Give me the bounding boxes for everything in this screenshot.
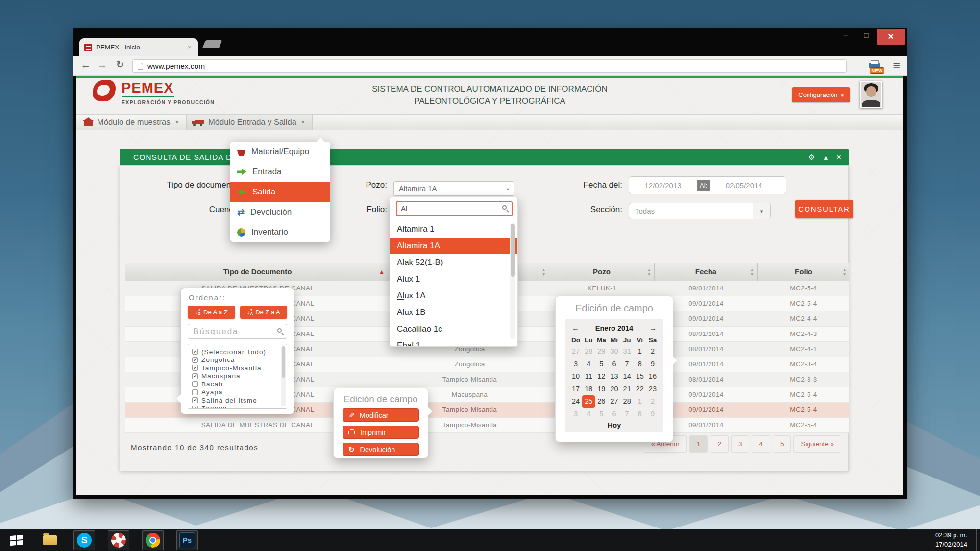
pozo-option[interactable]: Alux 1B xyxy=(390,304,517,321)
calendar-day[interactable]: 9 xyxy=(646,358,659,371)
skype-button[interactable]: S xyxy=(74,530,95,550)
menu-item-entrada[interactable]: Entrada xyxy=(230,162,330,182)
calendar-day[interactable]: 7 xyxy=(621,358,634,371)
calendar-day[interactable]: 22 xyxy=(634,383,646,396)
show-desktop-button[interactable] xyxy=(976,529,980,551)
forward-icon[interactable] xyxy=(95,59,110,71)
page-button[interactable]: 5 xyxy=(773,435,791,453)
calendar-day[interactable]: 26 xyxy=(595,395,608,408)
calendar-day[interactable]: 29 xyxy=(595,345,608,358)
calendar-day[interactable]: 20 xyxy=(608,383,620,396)
fecha-to-input[interactable]: 02/05/2014 xyxy=(710,181,778,190)
devolucion-button[interactable]: Devolución xyxy=(343,443,419,456)
imprimir-button[interactable]: Imprimir xyxy=(343,426,419,439)
pozo-option[interactable]: Alak 52(1-B) xyxy=(390,254,517,271)
cuenca-filter-option[interactable]: Salina del Itsmo xyxy=(192,396,283,405)
calendar-day[interactable]: 8 xyxy=(634,408,646,421)
pozo-option[interactable]: Alux 1A xyxy=(390,287,517,304)
close-button[interactable] xyxy=(877,29,905,45)
cuenca-filter-option[interactable]: Zongolica xyxy=(192,356,283,364)
calendar-day[interactable]: 13 xyxy=(608,370,620,383)
configuracion-button[interactable]: Configuración xyxy=(792,87,850,102)
scrollbar[interactable] xyxy=(281,346,286,406)
calendar-day[interactable]: 3 xyxy=(569,358,582,371)
calendar-day[interactable]: 28 xyxy=(582,345,595,358)
cuenca-filter-option[interactable]: (Seleccionar Todo) xyxy=(192,348,283,356)
user-avatar[interactable] xyxy=(860,81,882,108)
cuenca-filter-option[interactable]: Zanapa xyxy=(192,405,283,409)
next-month-icon[interactable] xyxy=(649,324,657,332)
calendar-day[interactable]: 25 xyxy=(582,395,595,408)
cuenca-filter-option[interactable]: Bacab xyxy=(192,380,283,388)
calendar-day[interactable]: 6 xyxy=(608,408,620,421)
menu-modulo-entrada-salida[interactable]: Módulo Entrada y Salida xyxy=(187,115,313,130)
calendar-day[interactable]: 5 xyxy=(595,408,608,421)
start-button[interactable] xyxy=(7,532,26,549)
calendar-day[interactable]: 7 xyxy=(621,408,634,421)
pozo-option[interactable]: Ebal 1 xyxy=(390,337,517,347)
calendar-day[interactable]: 14 xyxy=(621,370,634,383)
menu-item-material-equipo[interactable]: Material/Equipo xyxy=(230,142,330,162)
calendar-day[interactable]: 5 xyxy=(595,358,608,371)
column-header[interactable]: Pozo ▲ ▲▼ xyxy=(549,263,655,281)
photoshop-button[interactable]: Ps xyxy=(176,530,198,550)
checkbox[interactable] xyxy=(192,373,198,379)
url-bar[interactable]: www.pemex.com xyxy=(132,59,847,73)
prev-month-icon[interactable] xyxy=(572,324,579,332)
back-icon[interactable] xyxy=(78,59,93,71)
browser-menu-icon[interactable] xyxy=(893,58,900,72)
url-text[interactable]: www.pemex.com xyxy=(147,62,205,71)
new-tab-button[interactable] xyxy=(202,40,222,48)
scrollbar[interactable] xyxy=(510,223,515,339)
calendar-day[interactable]: 24 xyxy=(569,395,582,408)
file-explorer-button[interactable] xyxy=(39,530,61,550)
calendar-day[interactable]: 2 xyxy=(646,395,659,408)
calendar-day[interactable]: 10 xyxy=(569,370,582,383)
panel-close-icon[interactable] xyxy=(836,149,842,165)
calendar-day[interactable]: 11 xyxy=(582,370,595,383)
calendar-day[interactable]: 4 xyxy=(582,358,595,371)
menu-item-salida[interactable]: Salida xyxy=(230,182,330,202)
column-header[interactable]: Tipo de Documento ▲ ▲▼ xyxy=(125,263,390,281)
today-button[interactable]: Hoy xyxy=(565,421,663,429)
calendar-day[interactable]: 3 xyxy=(569,408,582,421)
checkbox[interactable] xyxy=(192,397,198,403)
sort-az-button[interactable]: De A a Z xyxy=(188,306,235,319)
calendar-day[interactable]: 4 xyxy=(582,408,595,421)
checkbox[interactable] xyxy=(192,357,198,363)
pozo-option[interactable]: Altamira 1 xyxy=(390,221,517,238)
checkbox[interactable] xyxy=(192,389,198,395)
calendar-day[interactable]: 6 xyxy=(608,358,620,371)
gear-icon[interactable] xyxy=(808,149,815,165)
minimize-button[interactable] xyxy=(835,29,856,43)
column-header[interactable]: Fecha ▲ ▲▼ xyxy=(655,263,758,281)
collapse-icon[interactable] xyxy=(824,149,829,165)
calendar-day[interactable]: 2 xyxy=(646,345,659,358)
menu-item-devolucion[interactable]: Devolución xyxy=(230,202,330,222)
calendar-day[interactable]: 27 xyxy=(608,395,620,408)
reload-icon[interactable] xyxy=(113,59,127,70)
cuenca-filter-option[interactable]: Tampico-Misantla xyxy=(192,364,283,372)
checkbox[interactable] xyxy=(192,406,198,409)
calendar-day[interactable]: 9 xyxy=(646,408,659,421)
calendar-day[interactable]: 23 xyxy=(646,383,659,396)
chevron-down-icon[interactable] xyxy=(753,203,770,219)
calendar-day[interactable]: 31 xyxy=(621,345,634,358)
calendar-day[interactable]: 28 xyxy=(621,395,634,408)
page-button[interactable]: 4 xyxy=(752,435,770,453)
page-button[interactable]: 1 xyxy=(689,435,708,453)
pozo-option[interactable]: Altamira 1A xyxy=(390,238,517,254)
fecha-from-input[interactable]: 12/02/2013 xyxy=(629,181,697,190)
calendar-day[interactable]: 18 xyxy=(582,383,595,396)
menu-modulo-muestras[interactable]: Módulo de muestras xyxy=(76,115,187,130)
checkbox[interactable] xyxy=(192,365,198,371)
pozo-option[interactable]: Cacalilao 1c xyxy=(390,321,517,337)
modificar-button[interactable]: Modificar xyxy=(343,408,419,422)
maximize-button[interactable] xyxy=(856,29,877,43)
sort-za-button[interactable]: De Z a A xyxy=(240,306,288,319)
consultar-button[interactable]: CONSULTAR xyxy=(795,200,853,218)
taskbar-clock[interactable]: 02:39 p. m. 17/02/2014 xyxy=(935,531,967,550)
calendar-day[interactable]: 17 xyxy=(569,383,582,396)
filter-search-input[interactable]: Búsqueda xyxy=(188,324,287,339)
calendar-day[interactable]: 19 xyxy=(595,383,608,396)
